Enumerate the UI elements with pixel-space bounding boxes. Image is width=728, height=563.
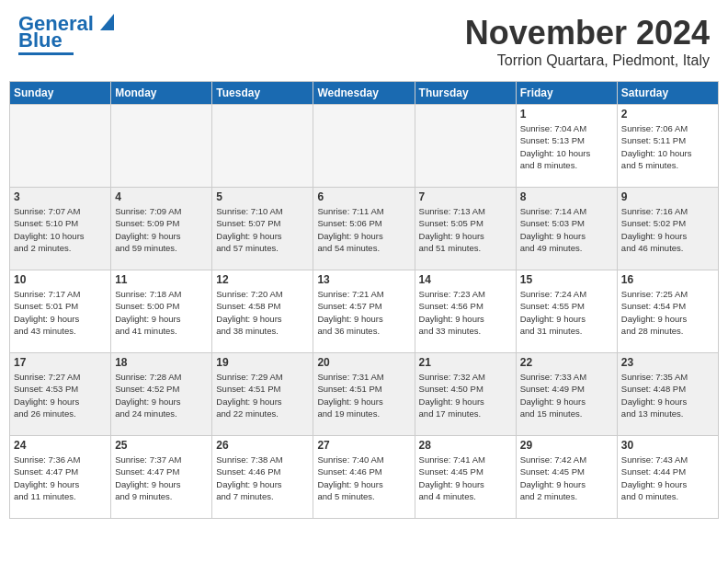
calendar-day-cell: [212, 105, 313, 188]
day-info: Sunrise: 7:37 AM Sunset: 4:47 PM Dayligh…: [115, 454, 208, 502]
day-number: 1: [520, 108, 613, 121]
day-info: Sunrise: 7:21 AM Sunset: 4:57 PM Dayligh…: [317, 288, 410, 337]
calendar-day-cell: 21Sunrise: 7:32 AM Sunset: 4:50 PM Dayli…: [415, 353, 516, 436]
day-info: Sunrise: 7:40 AM Sunset: 4:46 PM Dayligh…: [317, 454, 410, 502]
day-number: 17: [14, 356, 107, 369]
day-info: Sunrise: 7:16 AM Sunset: 5:02 PM Dayligh…: [621, 205, 714, 254]
day-info: Sunrise: 7:29 AM Sunset: 4:51 PM Dayligh…: [216, 371, 309, 419]
calendar-day-cell: 24Sunrise: 7:36 AM Sunset: 4:47 PM Dayli…: [10, 436, 111, 519]
month-title: November 2024: [465, 14, 710, 52]
calendar-day-cell: 25Sunrise: 7:37 AM Sunset: 4:47 PM Dayli…: [111, 436, 212, 519]
calendar-day-cell: 26Sunrise: 7:38 AM Sunset: 4:46 PM Dayli…: [212, 436, 313, 519]
calendar-day-cell: [111, 105, 212, 188]
day-info: Sunrise: 7:10 AM Sunset: 5:07 PM Dayligh…: [216, 205, 309, 254]
calendar-week-row: 3Sunrise: 7:07 AM Sunset: 5:10 PM Daylig…: [10, 188, 719, 270]
calendar-week-row: 1Sunrise: 7:04 AM Sunset: 5:13 PM Daylig…: [10, 105, 719, 188]
calendar-day-cell: [313, 105, 415, 188]
day-number: 19: [216, 356, 309, 369]
calendar-week-row: 24Sunrise: 7:36 AM Sunset: 4:47 PM Dayli…: [10, 436, 719, 519]
day-number: 13: [317, 273, 410, 286]
weekday-header: Thursday: [415, 82, 516, 105]
calendar-day-cell: 8Sunrise: 7:14 AM Sunset: 5:03 PM Daylig…: [516, 188, 617, 270]
day-info: Sunrise: 7:14 AM Sunset: 5:03 PM Dayligh…: [520, 205, 613, 254]
day-number: 5: [216, 190, 309, 203]
day-info: Sunrise: 7:28 AM Sunset: 4:52 PM Dayligh…: [115, 371, 208, 419]
calendar-day-cell: 5Sunrise: 7:10 AM Sunset: 5:07 PM Daylig…: [212, 188, 313, 270]
svg-marker-0: [100, 14, 114, 30]
calendar-day-cell: 10Sunrise: 7:17 AM Sunset: 5:01 PM Dayli…: [10, 270, 111, 353]
logo-text2: Blue: [18, 30, 63, 51]
day-info: Sunrise: 7:32 AM Sunset: 4:50 PM Dayligh…: [419, 371, 512, 419]
calendar-day-cell: [10, 105, 111, 188]
day-number: 3: [14, 190, 107, 203]
calendar-table: SundayMondayTuesdayWednesdayThursdayFrid…: [9, 81, 719, 519]
calendar-day-cell: 1Sunrise: 7:04 AM Sunset: 5:13 PM Daylig…: [516, 105, 617, 188]
day-number: 24: [14, 439, 107, 452]
day-info: Sunrise: 7:25 AM Sunset: 4:54 PM Dayligh…: [621, 288, 714, 337]
calendar-day-cell: 16Sunrise: 7:25 AM Sunset: 4:54 PM Dayli…: [617, 270, 718, 353]
day-info: Sunrise: 7:41 AM Sunset: 4:45 PM Dayligh…: [419, 454, 512, 502]
day-info: Sunrise: 7:13 AM Sunset: 5:05 PM Dayligh…: [419, 205, 512, 254]
day-number: 18: [115, 356, 208, 369]
calendar-day-cell: 20Sunrise: 7:31 AM Sunset: 4:51 PM Dayli…: [313, 353, 415, 436]
calendar-day-cell: 9Sunrise: 7:16 AM Sunset: 5:02 PM Daylig…: [617, 188, 718, 270]
day-info: Sunrise: 7:33 AM Sunset: 4:49 PM Dayligh…: [520, 371, 613, 419]
location-subtitle: Torrion Quartara, Piedmont, Italy: [465, 52, 710, 69]
calendar-day-cell: 22Sunrise: 7:33 AM Sunset: 4:49 PM Dayli…: [516, 353, 617, 436]
day-info: Sunrise: 7:11 AM Sunset: 5:06 PM Dayligh…: [317, 205, 410, 254]
day-number: 7: [419, 190, 512, 203]
weekday-header: Saturday: [617, 82, 718, 105]
day-number: 20: [317, 356, 410, 369]
logo: General Blue: [18, 14, 114, 55]
weekday-header: Monday: [111, 82, 212, 105]
day-number: 30: [621, 439, 714, 452]
calendar-day-cell: 13Sunrise: 7:21 AM Sunset: 4:57 PM Dayli…: [313, 270, 415, 353]
calendar-day-cell: 7Sunrise: 7:13 AM Sunset: 5:05 PM Daylig…: [415, 188, 516, 270]
day-number: 4: [115, 190, 208, 203]
day-info: Sunrise: 7:38 AM Sunset: 4:46 PM Dayligh…: [216, 454, 309, 502]
day-info: Sunrise: 7:20 AM Sunset: 4:58 PM Dayligh…: [216, 288, 309, 337]
calendar-day-cell: [415, 105, 516, 188]
calendar-day-cell: 19Sunrise: 7:29 AM Sunset: 4:51 PM Dayli…: [212, 353, 313, 436]
day-info: Sunrise: 7:23 AM Sunset: 4:56 PM Dayligh…: [419, 288, 512, 337]
day-info: Sunrise: 7:07 AM Sunset: 5:10 PM Dayligh…: [14, 205, 107, 254]
calendar-day-cell: 23Sunrise: 7:35 AM Sunset: 4:48 PM Dayli…: [617, 353, 718, 436]
day-info: Sunrise: 7:04 AM Sunset: 5:13 PM Dayligh…: [520, 122, 613, 171]
day-number: 23: [621, 356, 714, 369]
day-number: 6: [317, 190, 410, 203]
calendar-day-cell: 14Sunrise: 7:23 AM Sunset: 4:56 PM Dayli…: [415, 270, 516, 353]
calendar-day-cell: 18Sunrise: 7:28 AM Sunset: 4:52 PM Dayli…: [111, 353, 212, 436]
calendar-day-cell: 28Sunrise: 7:41 AM Sunset: 4:45 PM Dayli…: [415, 436, 516, 519]
logo-underline: [18, 52, 74, 55]
calendar-day-cell: 15Sunrise: 7:24 AM Sunset: 4:55 PM Dayli…: [516, 270, 617, 353]
weekday-header: Sunday: [10, 82, 111, 105]
logo-icon: [96, 14, 114, 30]
weekday-header: Wednesday: [313, 82, 415, 105]
day-number: 29: [520, 439, 613, 452]
day-number: 22: [520, 356, 613, 369]
calendar-day-cell: 3Sunrise: 7:07 AM Sunset: 5:10 PM Daylig…: [10, 188, 111, 270]
day-number: 27: [317, 439, 410, 452]
day-number: 11: [115, 273, 208, 286]
day-number: 14: [419, 273, 512, 286]
calendar-day-cell: 27Sunrise: 7:40 AM Sunset: 4:46 PM Dayli…: [313, 436, 415, 519]
calendar-day-cell: 2Sunrise: 7:06 AM Sunset: 5:11 PM Daylig…: [617, 105, 718, 188]
calendar-day-cell: 6Sunrise: 7:11 AM Sunset: 5:06 PM Daylig…: [313, 188, 415, 270]
calendar-day-cell: 11Sunrise: 7:18 AM Sunset: 5:00 PM Dayli…: [111, 270, 212, 353]
day-number: 21: [419, 356, 512, 369]
day-info: Sunrise: 7:31 AM Sunset: 4:51 PM Dayligh…: [317, 371, 410, 419]
calendar-header-row: SundayMondayTuesdayWednesdayThursdayFrid…: [10, 82, 719, 105]
calendar-day-cell: 29Sunrise: 7:42 AM Sunset: 4:45 PM Dayli…: [516, 436, 617, 519]
day-number: 28: [419, 439, 512, 452]
day-info: Sunrise: 7:24 AM Sunset: 4:55 PM Dayligh…: [520, 288, 613, 337]
title-block: November 2024 Torrion Quartara, Piedmont…: [465, 14, 710, 69]
calendar-day-cell: 30Sunrise: 7:43 AM Sunset: 4:44 PM Dayli…: [617, 436, 718, 519]
day-info: Sunrise: 7:36 AM Sunset: 4:47 PM Dayligh…: [14, 454, 107, 502]
day-info: Sunrise: 7:35 AM Sunset: 4:48 PM Dayligh…: [621, 371, 714, 419]
day-number: 12: [216, 273, 309, 286]
page-header: General Blue November 2024 Torrion Quart…: [9, 9, 719, 74]
day-number: 9: [621, 190, 714, 203]
calendar-day-cell: 12Sunrise: 7:20 AM Sunset: 4:58 PM Dayli…: [212, 270, 313, 353]
weekday-header: Friday: [516, 82, 617, 105]
day-number: 8: [520, 190, 613, 203]
